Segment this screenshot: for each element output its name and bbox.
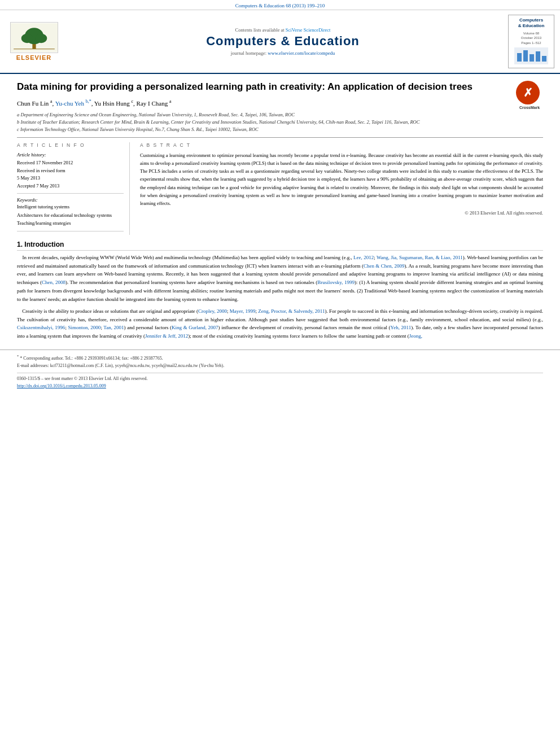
keywords-section: Keywords: Intelligent tutoring systems A… [17, 197, 124, 227]
ref-mayer1999[interactable]: Mayer, 1999 [230, 308, 256, 314]
sciverse-link[interactable]: SciVerse ScienceDirect [286, 27, 331, 33]
ref-jennifer2012[interactable]: Jennifer & Jeff, 2012 [145, 333, 188, 339]
affiliations-block: a Department of Engineering Science and … [17, 111, 543, 133]
keywords-label: Keywords: [17, 197, 124, 203]
elsevier-tree-image [10, 22, 58, 53]
affiliation-a: a Department of Engineering Science and … [17, 111, 543, 119]
section-name: Introduction [24, 241, 64, 248]
crossmark-icon: ✗ [516, 81, 540, 104]
keyword-3: Teaching/learning strategies [17, 219, 124, 227]
svg-point-4 [35, 33, 47, 43]
ref-king2007[interactable]: King & Gurland, 2007 [172, 325, 218, 330]
abstract-heading: A B S T R A C T [140, 142, 543, 148]
authors-line: Chun Fu Lin a, Yu-chu Yeh b,*, Yu Hsin H… [17, 98, 543, 108]
top-bar: Computers & Education 68 (2013) 199–210 [0, 0, 560, 10]
ref-wang2011[interactable]: Wang, Jia, Sugumaran, Ran, & Liao, 2011 [377, 255, 463, 260]
sciverse-line: Contents lists available at SciVerse Sci… [62, 27, 504, 33]
svg-rect-10 [536, 51, 540, 62]
ref-jeong[interactable]: Jeong, [409, 333, 422, 339]
elsevier-logo-section: ELSEVIER [6, 22, 62, 61]
ref-zeng2011[interactable]: Zeng, Proctor, & Salvendy, 2011 [258, 308, 325, 314]
journal-center-info: Contents lists available at SciVerse Sci… [62, 27, 504, 56]
issn-line: 0360-1315/$ – see front matter © 2013 El… [17, 375, 543, 383]
page-footer: * * Corresponding author. Tel.: +886 2 2… [0, 350, 560, 394]
svg-rect-7 [517, 53, 522, 62]
right-logo-area: Computers& Education Volume 68 October 2… [504, 15, 554, 68]
abstract-column: A B S T R A C T Customizing a learning e… [140, 142, 543, 234]
abstract-text: Customizing a learning environment to op… [140, 151, 543, 207]
ref-yeh2011[interactable]: Yeh, 2011 [391, 325, 412, 330]
ref-chen2009[interactable]: Chen & Chen, 2009 [364, 263, 404, 269]
crossmark-badge[interactable]: ✗ CrossMark [516, 81, 543, 108]
history-label: Article history: [17, 151, 124, 159]
keyword-2: Architectures for educational technology… [17, 211, 124, 219]
article-info-column: A R T I C L E I N F O Article history: R… [17, 142, 130, 234]
ref-tan2001[interactable]: Tan, 2001 [103, 325, 124, 330]
introduction-section: 1. Introduction In recent decades, rapid… [17, 241, 543, 340]
section-number: 1. [17, 241, 23, 248]
keywords-divider [17, 231, 124, 231]
accepted-date: Accepted 7 May 2013 [17, 182, 124, 190]
author-yuchu[interactable]: Yu-chu Yeh b,* [55, 100, 91, 107]
section-title: 1. Introduction [17, 241, 543, 251]
article-info-heading: A R T I C L E I N F O [17, 142, 124, 148]
article-title-section: Data mining for providing a personalized… [17, 81, 543, 94]
journal-cover-image: Computers& Education Volume 68 October 2… [508, 15, 554, 68]
svg-rect-9 [530, 54, 534, 62]
author-chun: Chun Fu Lin a, [17, 100, 55, 107]
ref-simonton2000[interactable]: Simonton, 2000 [68, 325, 101, 330]
email-addresses-note: E-mail addresses: kcf73211@hotmail.com (… [17, 362, 543, 370]
affiliation-c: c Information Technology Office, Nationa… [17, 126, 543, 133]
received-date: Received 17 November 2012 [17, 159, 124, 167]
affiliation-b: b Institute of Teacher Education; Resear… [17, 119, 543, 126]
article-title-text: Data mining for providing a personalized… [17, 81, 473, 92]
corresponding-author-note: * * Corresponding author. Tel.: +886 2 2… [17, 353, 543, 362]
ref-brusilovsky1999[interactable]: Brusilovsky, 1999 [317, 279, 355, 285]
crossmark-label: CrossMark [516, 105, 543, 110]
ref-csik1996[interactable]: Csikszentmihalyi, 1996 [17, 325, 65, 330]
homepage-line: journal homepage: www.elsevier.com/locat… [62, 50, 504, 56]
doi-link[interactable]: http://dx.doi.org/10.1016/j.compedu.2013… [17, 383, 106, 388]
author-yuhsin: Yu Hsin Hung c, Ray I Chang a [94, 100, 172, 107]
keyword-1: Intelligent tutoring systems [17, 203, 124, 211]
article-history-block: Article history: Received 17 November 20… [17, 151, 124, 190]
main-content: Data mining for providing a personalized… [0, 74, 560, 350]
doi-line: http://dx.doi.org/10.1016/j.compedu.2013… [17, 383, 543, 390]
homepage-url[interactable]: www.elsevier.com/locate/compedu [268, 50, 335, 56]
ref-cropley2000[interactable]: Cropley, 2000 [198, 308, 227, 314]
article-info-abstract-section: A R T I C L E I N F O Article history: R… [17, 137, 543, 234]
journal-reference: Computers & Education 68 (2013) 199–210 [235, 3, 325, 8]
intro-paragraph-1: In recent decades, rapidly developing WW… [17, 254, 543, 304]
svg-point-3 [21, 33, 33, 43]
info-divider [17, 193, 124, 194]
intro-paragraph-2: Creativity is the ability to produce ide… [17, 307, 543, 340]
svg-rect-8 [523, 50, 528, 62]
svg-rect-11 [542, 56, 546, 62]
ref-chen2008[interactable]: Chen, 2008 [42, 279, 65, 285]
ref-lee2012[interactable]: Lee, 2012 [353, 255, 374, 260]
journal-title: Computers & Education [62, 34, 504, 49]
received-revised-label: Received in revised form [17, 167, 124, 175]
journal-header: ELSEVIER Contents lists available at Sci… [0, 10, 560, 74]
elsevier-brand-text: ELSEVIER [16, 54, 51, 61]
copyright-line: © 2013 Elsevier Ltd. All rights reserved… [140, 210, 543, 216]
revised-date: 5 May 2013 [17, 174, 124, 182]
footer-divider-section: 0360-1315/$ – see front matter © 2013 El… [17, 373, 543, 390]
